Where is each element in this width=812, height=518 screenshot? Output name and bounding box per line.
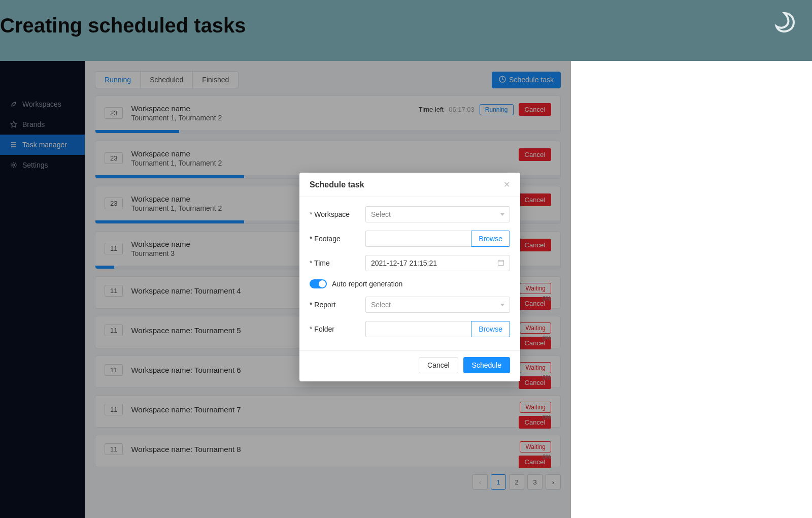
report-label: Report <box>310 301 365 309</box>
select-placeholder: Select <box>371 210 391 218</box>
page-header: Creating scheduled tasks <box>0 0 812 61</box>
modal-cancel-button[interactable]: Cancel <box>419 357 458 373</box>
calendar-icon <box>497 259 504 268</box>
switch-knob-icon <box>319 280 326 287</box>
report-select[interactable]: Select <box>365 297 510 313</box>
folder-label: Folder <box>310 325 365 333</box>
modal-title: Schedule task <box>310 180 364 189</box>
time-value: 2021-12-17 21:15:21 <box>371 259 437 267</box>
time-input[interactable]: 2021-12-17 21:15:21 <box>365 255 510 271</box>
brand-logo-icon <box>772 10 797 37</box>
auto-report-toggle[interactable] <box>310 279 327 288</box>
select-placeholder: Select <box>371 301 391 309</box>
auto-report-label: Auto report generation <box>332 280 402 288</box>
folder-browse-button[interactable]: Browse <box>471 321 510 337</box>
workspace-select[interactable]: Select <box>365 206 510 222</box>
modal-schedule-button[interactable]: Schedule <box>463 357 510 373</box>
page-title: Creating scheduled tasks <box>0 14 246 37</box>
svg-rect-2 <box>498 260 504 265</box>
close-icon[interactable]: ✕ <box>503 180 510 189</box>
schedule-task-modal: Schedule task ✕ Workspace Select Footage… <box>299 173 520 381</box>
footage-input[interactable] <box>365 231 471 247</box>
folder-input[interactable] <box>365 321 471 337</box>
footage-browse-button[interactable]: Browse <box>471 231 510 247</box>
workspace-label: Workspace <box>310 210 365 218</box>
time-label: Time <box>310 259 365 267</box>
footage-label: Footage <box>310 235 365 243</box>
